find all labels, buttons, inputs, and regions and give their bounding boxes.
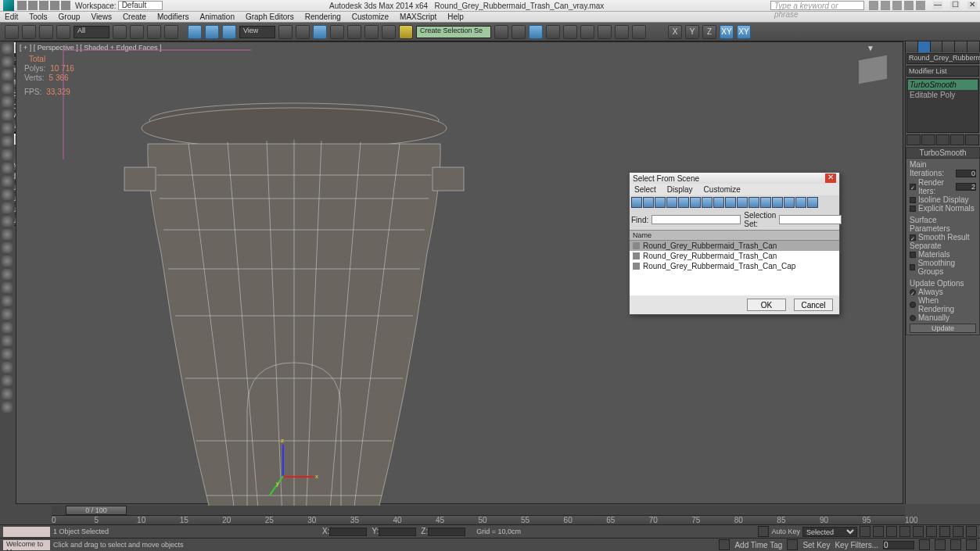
iterations-spinner[interactable]	[956, 170, 976, 177]
unique-icon[interactable]	[936, 134, 950, 145]
y-input[interactable]	[379, 528, 416, 536]
z-input[interactable]	[428, 528, 465, 536]
filter-icon[interactable]	[666, 197, 677, 208]
nav-icon[interactable]	[919, 539, 930, 550]
move-icon[interactable]	[188, 25, 202, 39]
axis-y[interactable]: Y	[685, 25, 699, 39]
select-icon[interactable]	[113, 25, 127, 39]
cancel-button[interactable]: Cancel	[794, 299, 833, 311]
lt-icon[interactable]	[2, 216, 13, 227]
menu-item[interactable]: Customize	[704, 185, 741, 194]
lt-icon[interactable]	[2, 136, 13, 147]
manually-radio[interactable]	[910, 315, 916, 321]
filter-icon[interactable]	[737, 197, 748, 208]
lt-icon[interactable]	[2, 229, 13, 240]
workspace-select[interactable]: Default	[118, 1, 163, 10]
sfs-list[interactable]: Round_Grey_Rubbermaid_Trash_Can Round_Gr…	[630, 241, 839, 295]
menu-item[interactable]: Help	[447, 13, 464, 21]
material-editor-icon[interactable]	[580, 25, 594, 39]
lt-icon[interactable]	[2, 149, 13, 160]
lt-icon[interactable]	[2, 189, 13, 200]
lt-icon[interactable]	[2, 56, 13, 67]
undo-icon[interactable]	[5, 25, 19, 39]
region-icon[interactable]	[147, 25, 161, 39]
lt-icon[interactable]	[2, 322, 13, 333]
infocenter-icon[interactable]	[869, 1, 878, 10]
selection-filter[interactable]: All	[74, 26, 109, 38]
menu-item[interactable]: Views	[91, 13, 112, 21]
filter-icon[interactable]	[678, 197, 689, 208]
named-set-input[interactable]: Create Selection Se	[416, 26, 491, 38]
edit-named-icon[interactable]	[399, 25, 413, 39]
when-render-radio[interactable]	[910, 302, 916, 308]
menu-item[interactable]: Select	[634, 185, 656, 194]
qa-btn[interactable]	[28, 1, 38, 10]
menu-item[interactable]: Rendering	[305, 13, 341, 21]
nav-icon[interactable]	[966, 526, 977, 537]
angle-snap-icon[interactable]	[347, 25, 361, 39]
favorite-icon[interactable]	[904, 1, 914, 10]
menu-item[interactable]: Tools	[29, 13, 47, 21]
exchange-icon[interactable]	[892, 1, 902, 10]
explicit-check[interactable]	[910, 206, 916, 212]
close-button[interactable]: ✕	[967, 2, 977, 9]
tab-create-icon[interactable]	[906, 41, 918, 52]
object-name-field[interactable]: Round_Grey_Rubbermaid_Tra	[906, 53, 979, 64]
lt-icon[interactable]	[2, 282, 13, 293]
axis-xy2[interactable]: XY	[737, 25, 751, 39]
tab-hierarchy-icon[interactable]	[931, 41, 943, 52]
lt-icon[interactable]	[2, 96, 13, 107]
lt-icon[interactable]	[2, 202, 13, 213]
smoothing-check[interactable]	[910, 264, 915, 270]
align-icon[interactable]	[512, 25, 526, 39]
goto-end-icon[interactable]	[913, 526, 924, 537]
nav-icon[interactable]	[953, 526, 964, 537]
script-listener[interactable]	[3, 527, 50, 537]
current-frame-input[interactable]	[883, 541, 914, 549]
spinner-snap-icon[interactable]	[382, 25, 396, 39]
stack-item[interactable]: TurboSmooth	[908, 80, 978, 90]
setkey-button[interactable]: Set Key	[802, 541, 830, 549]
next-frame-icon[interactable]	[899, 526, 910, 537]
mirror-icon[interactable]	[494, 25, 508, 39]
link-icon[interactable]	[39, 25, 53, 39]
filter-icon[interactable]	[643, 197, 654, 208]
goto-start-icon[interactable]	[860, 526, 871, 537]
filter-icon[interactable]	[748, 197, 759, 208]
nav-icon[interactable]	[966, 539, 977, 550]
viewport-label[interactable]: [ + ] [ Perspective ] [ Shaded + Edged F…	[20, 44, 162, 52]
filter-icon[interactable]	[772, 197, 783, 208]
menu-item[interactable]: Create	[123, 13, 146, 21]
signin-icon[interactable]	[881, 1, 890, 10]
lt-icon[interactable]	[2, 309, 13, 320]
lt-icon[interactable]	[2, 362, 13, 373]
time-slider-knob[interactable]: 0 / 100	[66, 506, 127, 515]
lt-icon[interactable]	[2, 123, 13, 134]
render-iters-spinner[interactable]	[956, 183, 976, 191]
help-icon[interactable]	[916, 1, 925, 10]
materials-check[interactable]	[910, 252, 916, 258]
key-mode-select[interactable]: Selected	[802, 527, 857, 537]
rfw-icon[interactable]	[615, 25, 629, 39]
lock-icon[interactable]	[758, 526, 769, 537]
menu-item[interactable]: Customize	[352, 13, 389, 21]
filter-icon[interactable]	[760, 197, 771, 208]
schematic-icon[interactable]	[563, 25, 577, 39]
manip-icon[interactable]	[296, 25, 310, 39]
nav-icon[interactable]	[935, 539, 946, 550]
lt-icon[interactable]	[2, 349, 13, 360]
unlink-icon[interactable]	[56, 25, 70, 39]
selset-input[interactable]	[779, 215, 842, 224]
render-iters-check[interactable]	[910, 184, 916, 190]
axis-xy[interactable]: XY	[720, 25, 734, 39]
percent-snap-icon[interactable]	[364, 25, 379, 39]
lt-icon[interactable]	[2, 295, 13, 306]
refcoord-select[interactable]: View	[239, 26, 275, 38]
keymode-icon[interactable]	[313, 25, 327, 39]
filter-icon[interactable]	[702, 197, 713, 208]
track-bar[interactable]: 0510152025303540455055606570758085909510…	[52, 515, 905, 524]
time-slider[interactable]: 0 / 100	[52, 506, 905, 515]
pin-stack-icon[interactable]	[906, 134, 921, 145]
lt-icon[interactable]	[2, 163, 13, 174]
smooth-result-check[interactable]	[910, 234, 916, 241]
